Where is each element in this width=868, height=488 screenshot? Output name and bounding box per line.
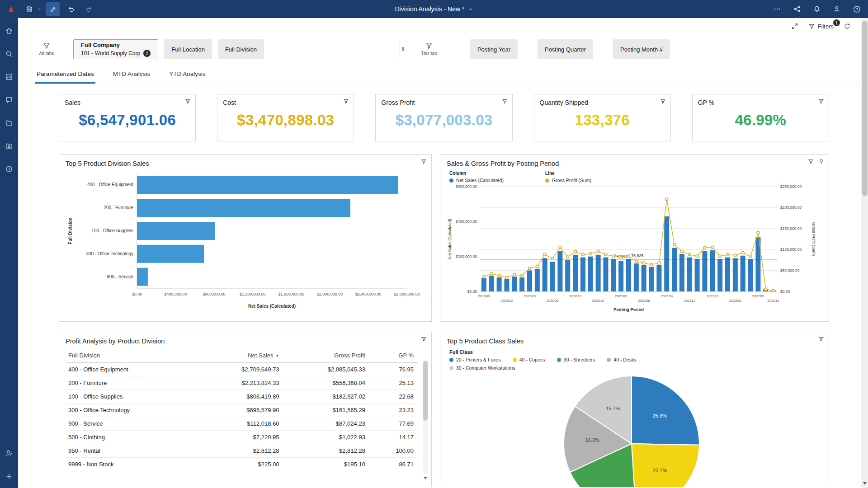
bar[interactable] — [535, 269, 540, 291]
bar[interactable] — [748, 259, 753, 291]
bar[interactable] — [664, 216, 669, 291]
sidebar-item-recent[interactable] — [4, 164, 14, 174]
filter-chip-posting-month[interactable]: Posting Month # — [613, 39, 670, 59]
bar[interactable] — [725, 258, 730, 291]
line-marker[interactable] — [482, 276, 485, 278]
line-marker[interactable] — [719, 255, 722, 258]
line-marker[interactable] — [551, 258, 554, 260]
line-marker[interactable] — [650, 263, 653, 266]
line-marker[interactable] — [772, 289, 775, 292]
bar[interactable] — [489, 276, 494, 291]
filter-chip-full-location[interactable]: Full Location — [164, 39, 212, 59]
table-row[interactable]: 200 - Furniture$2,213,824.33$556,368.042… — [66, 376, 418, 390]
line-marker[interactable] — [597, 250, 599, 253]
sidebar-item-manage-users[interactable] — [4, 448, 14, 459]
kpi-card-gp-percent[interactable]: GP % 46.99% — [692, 94, 829, 141]
sidebar-item-chat[interactable] — [4, 94, 14, 105]
page-scrollbar[interactable] — [861, 18, 868, 488]
bar[interactable] — [710, 250, 715, 291]
line-marker[interactable] — [703, 246, 706, 249]
redo-button[interactable] — [82, 2, 96, 16]
bar[interactable] — [573, 255, 578, 291]
line-marker[interactable] — [749, 255, 752, 258]
line-marker[interactable] — [642, 262, 645, 264]
legend-item[interactable]: 40 - Desks — [607, 357, 636, 362]
bar[interactable] — [611, 259, 616, 291]
all-tabs-filter[interactable]: All tabs — [32, 42, 61, 56]
pie-slice[interactable] — [632, 376, 699, 445]
more-actions-button[interactable] — [770, 2, 784, 16]
scroll-down-button[interactable] — [861, 480, 868, 487]
bar[interactable] — [596, 255, 601, 291]
column-header[interactable]: GP % — [370, 348, 418, 363]
line-marker[interactable] — [528, 267, 531, 270]
funnel-icon[interactable] — [818, 98, 824, 106]
table-row[interactable]: 9999 - Non Stock$225.00$195.1086.71 — [66, 458, 418, 471]
filters-button[interactable]: Filters 1 — [808, 23, 834, 30]
bar[interactable] — [702, 251, 707, 291]
line-marker[interactable] — [741, 252, 744, 254]
legend-item[interactable]: Net Sales (Calculated) — [449, 178, 504, 183]
bar[interactable] — [695, 259, 700, 291]
bar[interactable] — [527, 271, 532, 291]
funnel-icon[interactable] — [185, 98, 191, 106]
kpi-card-cost[interactable]: Cost $3,470,898.03 — [217, 94, 354, 141]
bar[interactable] — [137, 245, 204, 263]
line-marker[interactable] — [536, 265, 538, 267]
line-marker[interactable] — [680, 250, 683, 253]
line-marker[interactable] — [726, 253, 729, 256]
line-marker[interactable] — [574, 250, 577, 253]
notifications-button[interactable] — [810, 2, 824, 16]
bar[interactable] — [649, 267, 654, 291]
help-button[interactable]: ? — [850, 2, 863, 16]
funnel-icon[interactable] — [421, 158, 427, 166]
sidebar-item-search[interactable] — [4, 48, 14, 59]
line-marker[interactable] — [513, 273, 516, 276]
line-marker[interactable] — [543, 253, 546, 256]
line-marker[interactable] — [711, 246, 714, 249]
funnel-icon[interactable] — [808, 158, 814, 166]
sidebar-item-new[interactable] — [4, 471, 14, 482]
line-marker[interactable] — [589, 252, 592, 255]
pie-slice[interactable] — [632, 444, 699, 487]
funnel-icon[interactable] — [343, 98, 349, 106]
sidebar-item-shared-content[interactable] — [4, 141, 14, 151]
bar[interactable] — [679, 254, 684, 291]
insights-lightbulb-icon[interactable] — [818, 158, 824, 166]
account-button[interactable] — [830, 2, 844, 16]
bar[interactable] — [733, 258, 738, 291]
bar[interactable] — [137, 199, 350, 217]
document-title-menu[interactable]: Division Analysis - New * — [395, 5, 473, 13]
table-scrollbar[interactable] — [423, 360, 428, 474]
line-marker[interactable] — [490, 272, 493, 275]
funnel-icon[interactable] — [502, 98, 508, 106]
reset-dashboard-button[interactable] — [844, 23, 851, 30]
kpi-card-quantity-shipped[interactable]: Quantity Shipped 133,376 — [534, 94, 671, 141]
table-row[interactable]: 500 - Clothing$7,220.95$1,022.9314.17 — [66, 431, 418, 444]
column-header[interactable]: Full Division — [66, 348, 198, 363]
line-marker[interactable] — [635, 260, 637, 263]
legend-item[interactable]: 20 - Printers & Faxes — [449, 357, 501, 362]
line-marker[interactable] — [673, 243, 676, 246]
table-row[interactable]: 400 - Office Equipment$2,709,649.73$2,08… — [66, 363, 418, 376]
line-marker[interactable] — [521, 274, 524, 277]
table-row[interactable]: 300 - Office Technology$695,579.90$161,5… — [66, 404, 418, 417]
bar[interactable] — [603, 258, 608, 291]
bar[interactable] — [137, 176, 398, 194]
funnel-icon[interactable] — [421, 336, 427, 344]
bar[interactable] — [504, 279, 509, 291]
filter-bar-divider[interactable]: ‖ — [400, 40, 403, 59]
this-tab-filter[interactable]: This tab — [414, 42, 444, 56]
legend-item[interactable]: 30 - Shredders — [557, 357, 595, 362]
line-marker[interactable] — [604, 253, 607, 256]
bar[interactable] — [618, 261, 623, 291]
bar[interactable] — [542, 258, 547, 291]
line-marker[interactable] — [559, 246, 561, 249]
filter-chip-full-company[interactable]: Full Company 101 - World Supply Corp 2 — [73, 39, 158, 59]
bar[interactable] — [626, 259, 631, 291]
funnel-icon[interactable] — [818, 336, 824, 344]
bar[interactable] — [137, 268, 148, 286]
table-row[interactable]: 950 - Rental$2,812.28$2,812.28100.00 — [66, 444, 418, 458]
bar[interactable] — [588, 257, 593, 291]
line-marker[interactable] — [566, 256, 569, 258]
